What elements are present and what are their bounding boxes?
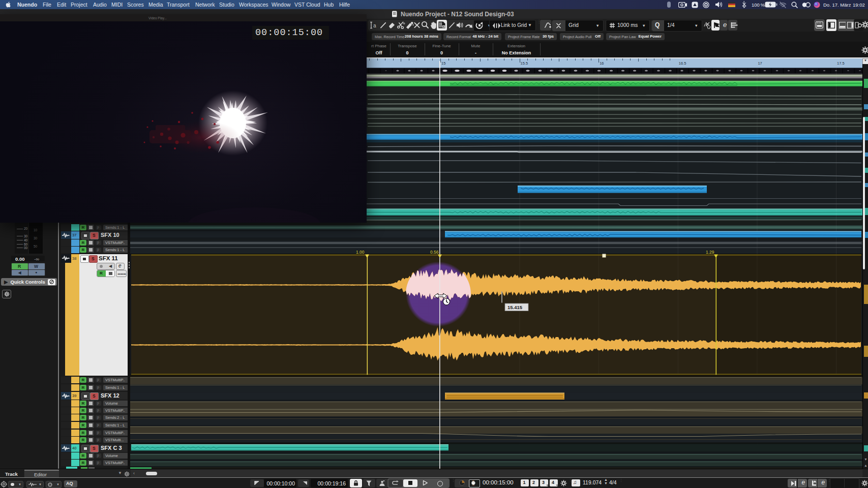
svg-text:15.415: 15.415	[507, 304, 523, 310]
svg-text:a: a	[373, 23, 376, 28]
svg-text:0.56: 0.56	[430, 249, 439, 254]
svg-text:1.29: 1.29	[706, 249, 714, 254]
svg-text:1.00: 1.00	[356, 249, 365, 254]
